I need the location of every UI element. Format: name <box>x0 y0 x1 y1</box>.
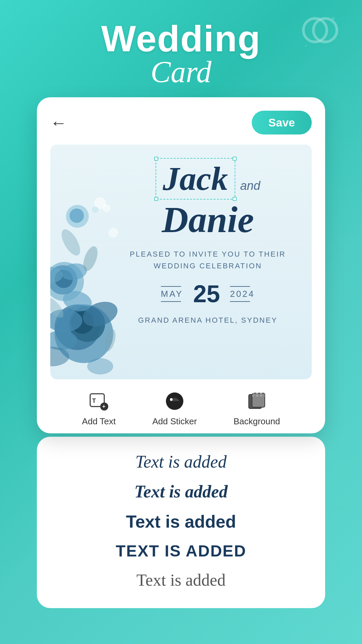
font-sample-1[interactable]: Text is added <box>57 447 305 477</box>
title-wedding: Wedding <box>0 20 362 57</box>
divider-bottom-right <box>230 301 250 302</box>
svg-text:+: + <box>102 404 105 409</box>
handle-br[interactable] <box>233 197 237 201</box>
bottom-toolbar: T + Add Text Add Sticker <box>50 379 312 433</box>
wedding-card-preview: Jack and Danie PLEASED TO INVITE YOU TO … <box>50 145 312 379</box>
background-label: Background <box>234 416 280 427</box>
svg-rect-36 <box>252 393 265 407</box>
background-item[interactable]: Background <box>234 389 280 427</box>
date-month: MAY <box>161 284 183 304</box>
svg-point-19 <box>58 226 84 258</box>
font-sample-3[interactable]: Text is added <box>57 506 305 537</box>
back-button[interactable]: ← <box>50 113 67 132</box>
venue-text: GRAND ARENA HOTEL, SYDNEY <box>117 316 298 325</box>
card-topbar: ← Save <box>50 111 312 135</box>
date-year: 2024 <box>230 284 255 304</box>
svg-text:T: T <box>92 397 96 404</box>
add-sticker-label: Add Sticker <box>152 416 197 427</box>
svg-point-18 <box>70 209 84 223</box>
name-selection-box[interactable]: Jack <box>156 158 235 200</box>
card-editor-container: ← Save <box>37 97 325 433</box>
date-section: MAY 25 2024 <box>117 282 298 306</box>
name-jack: Jack <box>163 160 228 197</box>
add-sticker-icon <box>163 389 186 413</box>
name-danie: Danie <box>117 201 298 238</box>
date-day-container: 25 <box>193 282 220 306</box>
divider-top-right <box>230 286 250 287</box>
svg-point-26 <box>108 228 118 237</box>
add-text-item[interactable]: T + Add Text <box>82 389 116 427</box>
add-text-label: Add Text <box>82 416 116 427</box>
and-text: and <box>240 179 260 193</box>
divider-top-left <box>161 286 181 287</box>
svg-point-24 <box>103 204 111 212</box>
handle-tr[interactable] <box>233 157 237 161</box>
handle-tl[interactable] <box>154 157 158 161</box>
handle-bl[interactable] <box>154 197 158 201</box>
divider-bottom-left <box>161 301 181 302</box>
background-icon <box>245 389 268 413</box>
invite-text: PLEASED TO INVITE YOU TO THEIR WEDDING C… <box>117 248 298 272</box>
title-card: Card <box>0 57 362 87</box>
header: Wedding Card <box>0 0 362 97</box>
svg-point-25 <box>92 207 99 213</box>
add-text-icon: T + <box>87 389 111 413</box>
svg-point-34 <box>170 398 173 401</box>
svg-point-28 <box>87 358 113 375</box>
add-sticker-item[interactable]: Add Sticker <box>152 389 197 427</box>
save-button[interactable]: Save <box>252 111 312 135</box>
font-sample-5[interactable]: Text is added <box>57 565 305 595</box>
font-panel: Text is added Text is added Text is adde… <box>37 437 325 608</box>
font-sample-2[interactable]: Text is added <box>57 477 305 506</box>
card-content: Jack and Danie PLEASED TO INVITE YOU TO … <box>117 158 298 325</box>
font-sample-4[interactable]: TEXT IS ADDED <box>57 537 305 565</box>
